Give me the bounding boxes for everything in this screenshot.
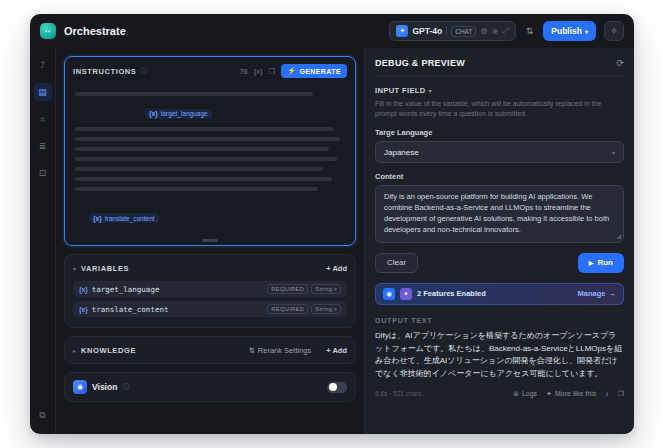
chat-mode-badge: CHAT bbox=[451, 26, 476, 37]
prompt-editor[interactable]: {x} target_language { bbox=[65, 82, 355, 245]
char-count: 76 bbox=[239, 67, 247, 76]
rerank-icon: ⇅ bbox=[249, 346, 255, 355]
skeleton-line bbox=[75, 147, 329, 151]
output-stats: 5.6s · 521 chars bbox=[375, 390, 422, 397]
chevron-down-icon: ▾ bbox=[334, 286, 337, 292]
instructions-card: INSTRUCTIONS ⓘ 76 {x} ❐ ⚡ GENERATE bbox=[64, 56, 356, 246]
sidebar-item-orchestrate[interactable]: ▤ bbox=[34, 83, 52, 101]
output-text-title: OUTPUT TEXT bbox=[375, 317, 624, 324]
skeleton-line bbox=[75, 127, 334, 131]
add-variable-button[interactable]: + Add bbox=[326, 264, 347, 273]
variables-title: VARIABLES bbox=[81, 264, 129, 273]
orchestrate-column: INSTRUCTIONS ⓘ 76 {x} ❐ ⚡ GENERATE bbox=[56, 48, 364, 434]
sidebar-item-api[interactable]: ⌗ bbox=[34, 110, 52, 128]
model-name: GPT-4o bbox=[412, 26, 442, 36]
type-label: String bbox=[315, 286, 332, 292]
feature-extra-icon: ✦ bbox=[400, 288, 412, 300]
target-language-select[interactable]: Japanese ▾ bbox=[375, 141, 624, 163]
arrow-right-icon: → bbox=[609, 289, 617, 298]
skeleton-line bbox=[75, 187, 318, 191]
sidebar-item-annotation[interactable]: ⊡ bbox=[34, 164, 52, 182]
model-selector[interactable]: ✦ GPT-4o CHAT ⚙ ≋ ⤢ bbox=[389, 21, 515, 41]
parameters-sliders-icon[interactable]: ⇅ bbox=[526, 26, 534, 36]
content-value: Dify is an open-source platform for buil… bbox=[384, 192, 609, 234]
action-row: Clear ▶ Run bbox=[375, 253, 624, 273]
publish-label: Publish bbox=[551, 26, 582, 36]
chevron-down-icon: ▾ bbox=[73, 265, 76, 272]
resize-drag-handle[interactable] bbox=[202, 239, 218, 242]
resize-corner-icon[interactable]: ◢ bbox=[616, 232, 621, 241]
assistant-sparkle-button[interactable]: ✧ bbox=[604, 21, 624, 41]
divider bbox=[446, 26, 447, 36]
chevron-down-icon: ▾ bbox=[612, 149, 615, 156]
vision-section: ◉ Vision ⓘ bbox=[64, 372, 356, 402]
clear-button[interactable]: Clear bbox=[375, 253, 418, 273]
manage-features-button[interactable]: Manage → bbox=[578, 289, 616, 298]
add-knowledge-button[interactable]: + Add bbox=[326, 346, 347, 355]
knowledge-header[interactable]: ▸ KNOWLEDGE ⇅ Rerank Settings + Add bbox=[65, 337, 355, 363]
copy-icon[interactable]: ❐ bbox=[269, 67, 276, 76]
feature-vision-icon: ◉ bbox=[383, 288, 395, 300]
bolt-icon: ⚡ bbox=[287, 67, 296, 75]
output-text: Difyは、AIアプリケーションを構築するためのオープンソースプラットフォームで… bbox=[375, 330, 624, 381]
collapse-panel-icon[interactable]: ⧉ bbox=[34, 406, 52, 424]
play-icon: ▶ bbox=[589, 259, 594, 266]
features-enabled-label: 2 Features Enabled bbox=[417, 289, 486, 298]
rerank-settings-button[interactable]: ⇅ Rerank Settings bbox=[249, 346, 312, 355]
publish-button[interactable]: Publish ▾ bbox=[543, 21, 596, 41]
type-badge[interactable]: String ▾ bbox=[311, 304, 341, 314]
more-like-this-icon: ✦ bbox=[546, 390, 552, 398]
logs-button[interactable]: ≣ Logs bbox=[513, 390, 537, 398]
variable-name: target_language bbox=[161, 110, 208, 117]
vision-label: Vision bbox=[92, 382, 117, 392]
features-bar[interactable]: ◉ ✦ 2 Features Enabled Manage → bbox=[375, 283, 624, 305]
variable-name: translate_content bbox=[92, 305, 169, 314]
left-nav-rail: ⤴ ▤ ⌗ ≣ ⊡ ⧉ bbox=[30, 48, 56, 434]
sidebar-item-logs[interactable]: ≣ bbox=[34, 137, 52, 155]
content-textarea[interactable]: Dify is an open-source platform for buil… bbox=[375, 185, 624, 243]
chevron-right-icon: ▸ bbox=[73, 347, 76, 354]
run-label: Run bbox=[597, 258, 613, 267]
target-language-label: Targe Language bbox=[375, 128, 624, 137]
info-icon[interactable]: ⓘ bbox=[122, 382, 129, 392]
type-badge[interactable]: String ▾ bbox=[311, 284, 341, 294]
chevron-down-icon: ▾ bbox=[585, 28, 588, 35]
vision-toggle[interactable] bbox=[327, 382, 347, 393]
more-like-this-button[interactable]: ✦ More like this bbox=[546, 390, 596, 398]
model-provider-icon: ✦ bbox=[396, 25, 408, 37]
variable-row[interactable]: {x} target_language REQUIRED String ▾ bbox=[73, 281, 347, 297]
main-area: INSTRUCTIONS ⓘ 76 {x} ❐ ⚡ GENERATE bbox=[56, 48, 634, 434]
model-tune-icon[interactable]: ≋ bbox=[492, 27, 499, 36]
variable-row[interactable]: {x} translate_content REQUIRED String ▾ bbox=[73, 301, 347, 317]
info-icon[interactable]: ⓘ bbox=[140, 66, 147, 76]
toggle-knob bbox=[329, 383, 337, 391]
page-title: Orchestrate bbox=[64, 25, 126, 37]
model-settings-icon[interactable]: ⚙ bbox=[480, 27, 487, 36]
copy-output-button[interactable]: ❐ bbox=[618, 390, 624, 398]
chevron-down-icon: ▾ bbox=[429, 88, 432, 94]
variables-section: ▾ VARIABLES + Add {x} target_language RE… bbox=[64, 254, 356, 328]
exit-icon[interactable]: ⤴ bbox=[34, 56, 52, 74]
vision-row: ◉ Vision ⓘ bbox=[65, 373, 355, 401]
generate-button[interactable]: ⚡ GENERATE bbox=[281, 64, 347, 78]
run-button[interactable]: ▶ Run bbox=[578, 253, 624, 273]
prompt-variable-chip[interactable]: {x} target_language bbox=[145, 109, 212, 119]
required-badge: REQUIRED bbox=[267, 304, 308, 314]
logs-icon: ≣ bbox=[513, 390, 519, 398]
app-logo-icon[interactable]: •• bbox=[40, 23, 56, 39]
model-expand-icon[interactable]: ⤢ bbox=[502, 26, 508, 36]
skeleton-line bbox=[75, 137, 340, 141]
prompt-variable-chip[interactable]: {x} translate_content bbox=[89, 213, 159, 223]
selected-value: Japanese bbox=[384, 148, 419, 157]
insert-variable-icon[interactable]: {x} bbox=[254, 67, 263, 76]
variables-header[interactable]: ▾ VARIABLES + Add bbox=[65, 255, 355, 281]
speaker-button[interactable]: ♪ bbox=[605, 390, 609, 397]
copy-icon: ❐ bbox=[618, 390, 624, 398]
variables-list: {x} target_language REQUIRED String ▾ bbox=[65, 281, 355, 327]
variable-token-icon: {x} bbox=[93, 215, 102, 222]
app-window: •• Orchestrate ✦ GPT-4o CHAT ⚙ ≋ ⤢ ⇅ Pub… bbox=[30, 14, 634, 434]
refresh-icon[interactable]: ⟳ bbox=[616, 58, 624, 68]
app-body: ⤴ ▤ ⌗ ≣ ⊡ ⧉ INSTRUCTIONS ⓘ 76 {x} ❐ bbox=[30, 48, 634, 434]
input-field-description: Fill in the value of the variable, which… bbox=[375, 99, 624, 119]
input-field-toggle[interactable]: INPUT FIELD ▾ bbox=[375, 86, 624, 95]
